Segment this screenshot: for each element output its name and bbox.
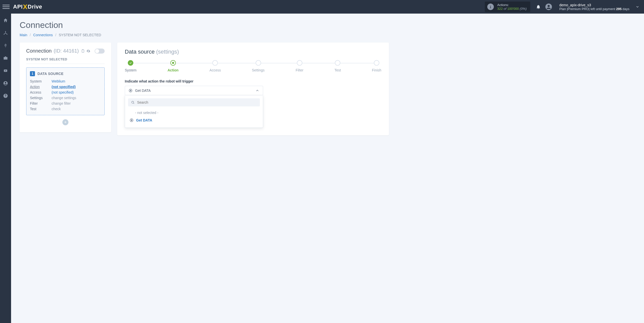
logo[interactable]: API X Drive	[13, 3, 42, 11]
svg-point-8	[5, 82, 6, 84]
breadcrumb: Main / Connections / SYSTEM NOT SELECTED	[20, 33, 635, 37]
billing-icon[interactable]	[0, 42, 11, 49]
data-source-block: 1 DATA SOURCE System Weblium Action (not…	[26, 67, 105, 115]
logo-text-drive: Drive	[28, 4, 42, 10]
top-bar: API X Drive i Actions: 322 of 100'000 (0…	[0, 0, 644, 14]
sidebar	[0, 14, 11, 323]
connections-icon[interactable]	[0, 30, 11, 36]
briefcase-icon[interactable]	[0, 55, 11, 61]
svg-point-1	[547, 5, 550, 7]
action-instruction: Indicate what action the robot will trig…	[125, 79, 381, 83]
connection-subtitle: SYSTEM NOT SELECTED	[26, 57, 105, 64]
play-icon	[129, 89, 133, 93]
ds-test-key: Test	[30, 107, 52, 111]
step-test[interactable]: Test	[335, 60, 341, 72]
user-plan: Plan |Premium PRO| left until payment 29…	[559, 7, 630, 11]
wizard-stepper: System Action Access Settings	[125, 60, 381, 72]
data-source-settings-card: Data source (settings) System Action	[117, 43, 389, 135]
play-icon	[130, 118, 134, 122]
action-dropdown: - not selected - Get DATA	[125, 95, 263, 128]
gear-icon[interactable]	[86, 49, 90, 53]
connection-card: Connection (ID: 44161) SYSTEM NOT SELECT…	[20, 43, 111, 132]
menu-toggle-icon[interactable]	[3, 3, 10, 10]
page-title: Connection	[20, 20, 635, 30]
video-icon[interactable]	[0, 67, 11, 74]
account-icon[interactable]	[0, 80, 11, 87]
notifications-icon[interactable]	[536, 4, 541, 9]
action-selected-value: Get DATA	[135, 89, 253, 93]
dropdown-search[interactable]	[128, 98, 260, 106]
ds-test-value[interactable]: check	[52, 107, 101, 111]
svg-line-14	[134, 103, 134, 104]
ds-system-key: System	[30, 79, 52, 83]
connection-toggle[interactable]	[95, 49, 105, 54]
breadcrumb-connections[interactable]: Connections	[33, 33, 53, 37]
connection-id: (ID: 44161)	[54, 48, 79, 54]
ds-access-key: Access	[30, 90, 52, 94]
home-icon[interactable]	[0, 17, 11, 24]
ds-system-value[interactable]: Weblium	[52, 79, 101, 83]
dropdown-search-input[interactable]	[137, 100, 257, 104]
breadcrumb-main[interactable]: Main	[20, 33, 27, 37]
step-access[interactable]: Access	[210, 60, 221, 72]
data-source-label: DATA SOURCE	[37, 72, 63, 76]
step-filter[interactable]: Filter	[296, 60, 303, 72]
ds-filter-value[interactable]: change filter	[52, 101, 101, 105]
dropdown-option-get-data[interactable]: Get DATA	[128, 116, 260, 124]
action-select-head[interactable]: Get DATA	[125, 86, 263, 95]
ds-settings-value[interactable]: change settings	[52, 96, 101, 100]
clipboard-icon[interactable]	[81, 49, 85, 53]
connection-card-title: Connection	[26, 48, 52, 54]
user-name: demo_apix-drive_s3	[559, 3, 630, 7]
action-select: Get DATA - not selected -	[125, 86, 263, 128]
search-icon	[131, 101, 135, 104]
ds-settings-key: Settings	[30, 96, 52, 100]
user-avatar-icon	[545, 4, 552, 10]
info-icon: i	[487, 4, 494, 10]
chevron-down-icon[interactable]	[635, 5, 639, 9]
svg-marker-12	[130, 90, 131, 91]
logo-text-api: API	[13, 4, 23, 10]
settings-title: Data source (settings)	[125, 49, 381, 55]
step-finish[interactable]: Finish	[372, 60, 381, 72]
data-source-number: 1	[30, 71, 35, 76]
dropdown-option-none[interactable]: - not selected -	[128, 109, 260, 116]
actions-counter[interactable]: i Actions: 322 of 100'000 (0%)	[485, 2, 530, 12]
step-action[interactable]: Action	[168, 60, 179, 72]
logo-text-x: X	[23, 3, 27, 11]
chevron-up-icon	[255, 89, 259, 93]
actions-label: Actions:	[497, 3, 527, 7]
add-step-button[interactable]: +	[62, 119, 68, 125]
svg-point-13	[132, 101, 134, 103]
svg-point-2	[5, 31, 6, 32]
svg-rect-10	[82, 50, 84, 52]
ds-filter-key: Filter	[30, 101, 52, 105]
svg-marker-16	[131, 119, 132, 121]
step-system[interactable]: System	[125, 60, 137, 72]
main-content: Connection Main / Connections / SYSTEM N…	[11, 14, 644, 323]
help-icon[interactable]	[0, 93, 11, 99]
ds-action-key[interactable]: Action	[30, 85, 52, 89]
actions-values: 322 of 100'000 (0%)	[497, 7, 527, 11]
ds-action-value[interactable]: (not specified)	[52, 85, 101, 89]
breadcrumb-current: SYSTEM NOT SELECTED	[59, 33, 101, 37]
step-settings[interactable]: Settings	[252, 60, 265, 72]
ds-access-value[interactable]: (not specified)	[52, 90, 101, 94]
user-menu[interactable]: demo_apix-drive_s3 Plan |Premium PRO| le…	[545, 3, 630, 11]
